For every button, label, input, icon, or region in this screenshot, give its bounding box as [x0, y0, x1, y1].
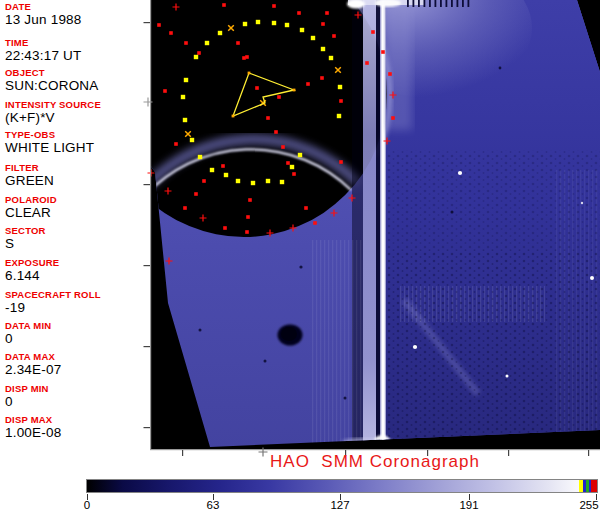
metadata-value: -19 — [5, 301, 149, 315]
metadata-label: SPACECRAFT ROLL — [5, 290, 149, 300]
red-fiducial-dot — [286, 161, 290, 165]
yellow-fiducial-dot — [224, 173, 228, 177]
red-fiducial-dot — [248, 198, 252, 202]
red-fiducial-dot — [266, 116, 270, 120]
yellow-fiducial-dot — [329, 56, 333, 60]
red-fiducial-dot — [197, 51, 201, 55]
metadata-label: OBJECT — [5, 68, 149, 78]
colorbar-tick-label: 191 — [452, 499, 486, 511]
colorbar-tick-label: 127 — [323, 499, 357, 511]
red-fiducial-dot — [194, 192, 198, 196]
metadata-label: INTENSITY SOURCE — [5, 100, 149, 110]
sidebar-entry-sector: SECTORS — [5, 226, 149, 251]
red-fiducial-dot — [313, 221, 317, 225]
metadata-label: TIME — [5, 38, 149, 48]
yellow-fiducial-dot — [321, 47, 325, 51]
sidebar-entry-type-obs: TYPE-OBSWHITE LIGHT — [5, 130, 149, 155]
red-fiducial-dot — [292, 172, 296, 176]
triangle-vertex-dot — [248, 72, 251, 75]
metadata-value: S — [5, 237, 149, 251]
metadata-value: 22:43:17 UT — [5, 49, 149, 63]
metadata-sidebar: DATE13 Jun 1988 TIME22:43:17 UT OBJECTSU… — [5, 0, 149, 460]
yellow-fiducial-dot — [218, 31, 222, 35]
yellow-fiducial-dot — [251, 181, 255, 185]
app-window: DATE13 Jun 1988 TIME22:43:17 UT OBJECTSU… — [0, 0, 600, 512]
yellow-fiducial-dot — [285, 23, 289, 27]
colorbar-tick-label: 0 — [70, 499, 104, 511]
red-fiducial-dot — [245, 230, 249, 234]
yellow-fiducial-dot — [184, 78, 188, 82]
sidebar-entry-date: DATE13 Jun 1988 — [5, 2, 149, 27]
metadata-label: DATE — [5, 2, 149, 12]
yellow-fiducial-dot — [272, 21, 276, 25]
metadata-label: EXPOSURE — [5, 258, 149, 268]
metadata-label: SECTOR — [5, 226, 149, 236]
metadata-value: 0 — [5, 332, 149, 346]
yellow-fiducial-dot — [256, 20, 260, 24]
sidebar-entry-disp-min: DISP MIN0 — [5, 384, 149, 409]
plot-title: HAO SMM Coronagraph — [150, 452, 600, 472]
red-fiducial-dot — [223, 226, 227, 230]
red-fiducial-dot — [391, 116, 395, 120]
yellow-fiducial-dot — [181, 95, 185, 99]
metadata-label: DISP MIN — [5, 384, 149, 394]
yellow-fiducial-dot — [280, 180, 284, 184]
yellow-fiducial-dot — [183, 118, 187, 122]
yellow-fiducial-dot — [290, 165, 294, 169]
sidebar-entry-polaroid: POLAROIDCLEAR — [5, 195, 149, 220]
metadata-value: 0 — [5, 395, 149, 409]
yellow-fiducial-dot — [300, 28, 304, 32]
red-fiducial-dot — [236, 41, 240, 45]
red-fiducial-dot — [381, 50, 385, 54]
sidebar-entry-time: TIME22:43:17 UT — [5, 38, 149, 63]
metadata-value: 13 Jun 1988 — [5, 13, 149, 27]
red-fiducial-dot — [183, 206, 187, 210]
yellow-fiducial-dot — [236, 179, 240, 183]
red-fiducial-dot — [320, 76, 324, 80]
colorbar-tick-label: 255 — [572, 499, 600, 511]
red-fiducial-dot — [255, 86, 259, 90]
sidebar-entry-intensity-source: INTENSITY SOURCE(K+F)*V — [5, 100, 149, 125]
yellow-fiducial-dot — [205, 41, 209, 45]
yellow-fiducial-dot — [243, 22, 247, 26]
metadata-label: POLAROID — [5, 195, 149, 205]
metadata-value: WHITE LIGHT — [5, 141, 149, 155]
triangle-vertex-dot — [293, 89, 296, 92]
yellow-fiducial-dot — [266, 179, 270, 183]
red-fiducial-dot — [221, 164, 225, 168]
metadata-value: (K+F)*V — [5, 111, 149, 125]
metadata-label: DATA MAX — [5, 352, 149, 362]
metadata-value: 1.00E-08 — [5, 426, 149, 440]
red-fiducial-dot — [169, 31, 173, 35]
red-fiducial-dot — [325, 11, 329, 15]
red-fiducial-dot — [174, 142, 178, 146]
red-fiducial-dot — [365, 61, 369, 65]
yellow-fiducial-dot — [210, 168, 214, 172]
yellow-fiducial-dot — [190, 138, 194, 142]
yellow-fiducial-dot — [311, 36, 315, 40]
triangle-vertex-dot — [232, 115, 235, 118]
metadata-value: 2.34E-07 — [5, 363, 149, 377]
metadata-label: DISP MAX — [5, 415, 149, 425]
metadata-label: TYPE-OBS — [5, 130, 149, 140]
sidebar-entry-data-min: DATA MIN0 — [5, 321, 149, 346]
red-fiducial-dot — [202, 179, 206, 183]
sidebar-entry-exposure: EXPOSURE6.144 — [5, 258, 149, 283]
red-fiducial-dot — [246, 215, 250, 219]
red-fiducial-dot — [163, 89, 167, 93]
yellow-fiducial-dot — [338, 85, 342, 89]
sidebar-entry-filter: FILTERGREEN — [5, 163, 149, 188]
red-fiducial-dot — [297, 11, 301, 15]
red-fiducial-dot — [281, 145, 285, 149]
metadata-value: 6.144 — [5, 269, 149, 283]
red-stripe — [591, 480, 597, 492]
sidebar-entry-object: OBJECTSUN:CORONA — [5, 68, 149, 93]
yellow-fiducial-dot — [198, 155, 202, 159]
yellow-fiducial-dot — [298, 153, 302, 157]
sidebar-entry-spacecraft-roll: SPACECRAFT ROLL-19 — [5, 290, 149, 315]
red-fiducial-dot — [184, 41, 188, 45]
sidebar-entry-data-max: DATA MAX2.34E-07 — [5, 352, 149, 377]
red-fiducial-dot — [306, 82, 310, 86]
red-fiducial-dot — [321, 22, 325, 26]
red-fiducial-dot — [339, 160, 343, 164]
